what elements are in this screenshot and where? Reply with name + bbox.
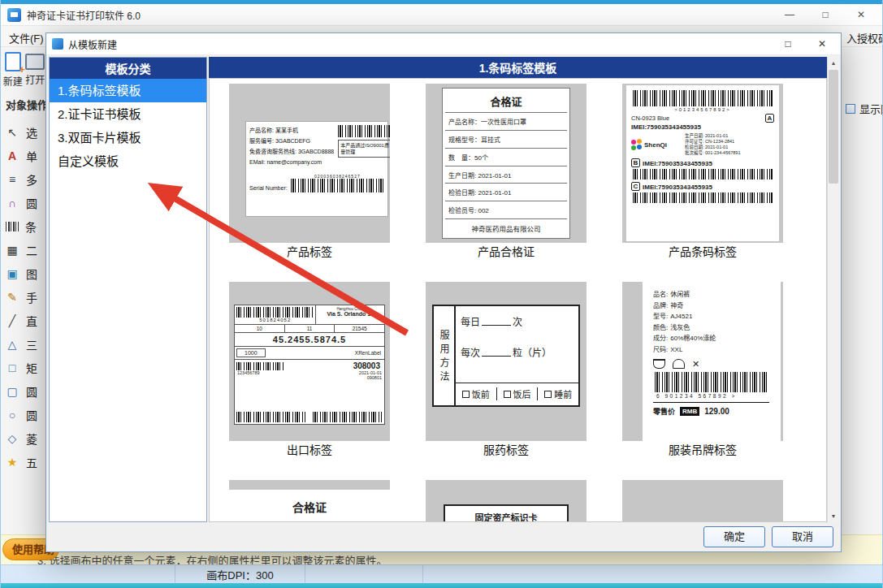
- image-icon: ▣: [5, 267, 19, 280]
- wash-icon: [653, 359, 665, 369]
- field-label: 尺码:: [653, 344, 668, 356]
- maximize-button[interactable]: □: [807, 4, 843, 26]
- imei-text: IMEI:759035343455935: [643, 160, 712, 167]
- template-preview[interactable]: >01234567892> CN-0923 Blue A IMEI:759035…: [622, 84, 783, 243]
- scroll-up-icon[interactable]: ▲: [828, 57, 839, 69]
- currency-badge: RMB: [680, 407, 699, 416]
- window-controls: — □ ✕: [772, 4, 879, 26]
- dialog-maximize-button[interactable]: □: [771, 33, 805, 55]
- barcode-digits: 6 901234 567892 >: [656, 393, 781, 399]
- tool-diamond[interactable]: ◇菱: [1, 426, 45, 450]
- category-custom[interactable]: 自定义模板: [50, 149, 206, 173]
- menu-file[interactable]: 文件(F): [9, 30, 44, 45]
- option-label: 睡前: [554, 387, 572, 400]
- minimize-button[interactable]: —: [772, 4, 807, 26]
- label-artwork: 501824052 Hangzhou China Via S. Orlando …: [234, 305, 385, 425]
- show-grid-checkbox[interactable]: 显示网格: [846, 101, 883, 116]
- fill-blank: [482, 348, 511, 357]
- tool-star[interactable]: ★五: [1, 450, 45, 473]
- certificate-row: 规格型号：耳挂式: [445, 131, 567, 149]
- template-preview[interactable]: [622, 480, 783, 522]
- template-card-export-label: 501824052 Hangzhou China Via S. Orlando …: [229, 282, 390, 459]
- category-barcode-label[interactable]: 1.条码标签模板: [50, 79, 206, 102]
- status-cell: [423, 565, 882, 583]
- category-double-side-card[interactable]: 3.双面卡片模板: [50, 126, 206, 149]
- gallery-scrollbar[interactable]: ▲ ▼: [827, 57, 839, 522]
- brand-logo: ShenQi: [631, 139, 682, 150]
- tool-circle[interactable]: ○圆: [1, 403, 45, 426]
- template-preview[interactable]: 产品名称: 某某手机 服务编号: 3GABCDEFG 免费咨询服务热线: 3GA…: [229, 84, 390, 243]
- label-artwork: 固定资产标识卡: [444, 504, 569, 522]
- template-caption: 产品合格证: [426, 243, 587, 261]
- barcode-graphic: [338, 125, 390, 137]
- new-doc-icon: [5, 52, 21, 71]
- template-card-blank: [622, 480, 783, 522]
- tool-select[interactable]: ↖选: [1, 120, 45, 144]
- marker-c: C: [631, 182, 640, 191]
- app-title: 神奇证卡证书打印软件 6.0: [27, 8, 141, 22]
- tool-line[interactable]: ╱直: [1, 309, 45, 332]
- dialog-close-button[interactable]: ✕: [805, 33, 839, 55]
- rectangle-icon: □: [5, 361, 19, 374]
- cell-value: 21545: [335, 325, 384, 332]
- field-value: 神奇: [670, 300, 683, 312]
- checkbox-icon: [544, 391, 552, 398]
- barcode-graphic: [633, 90, 773, 106]
- template-card-product-label: 产品名称: 某某手机 服务编号: 3GABCDEFG 免费咨询服务热线: 3GA…: [229, 84, 390, 261]
- field-value: XXL: [670, 344, 682, 356]
- open-button[interactable]: 打开: [25, 49, 46, 93]
- scrollbar-thumb[interactable]: [829, 70, 838, 184]
- application-window: 神奇证卡证书打印软件 6.0 — □ ✕ 文件(F) 入授权码 新建 打开 对象…: [0, 0, 883, 588]
- arc-text-icon: ∩: [5, 197, 19, 210]
- option-label: 饭后: [513, 387, 531, 400]
- big-number-2: 308003: [286, 361, 383, 370]
- tool-label: 二: [26, 242, 37, 258]
- field-value: 休闲裤: [670, 289, 690, 300]
- tool-image[interactable]: ▣图: [1, 262, 45, 285]
- tool-rectangle[interactable]: □矩: [1, 356, 45, 379]
- scroll-down-icon[interactable]: ▼: [828, 510, 839, 522]
- field-value: 浅灰色: [670, 322, 690, 334]
- usage-method-vertical: 服用方法: [434, 306, 456, 405]
- template-preview[interactable]: 501824052 Hangzhou China Via S. Orlando …: [229, 282, 390, 441]
- tool-arc-text[interactable]: ∩圆: [1, 191, 45, 214]
- triangle-icon: △: [5, 338, 19, 351]
- certificate-row: 数 量：50个: [445, 149, 567, 166]
- template-preview[interactable]: 固定资产标识卡: [426, 480, 587, 522]
- tool-multi-text[interactable]: ≡多: [1, 167, 45, 191]
- template-preview[interactable]: 服用方法 每日次 每次粒（片） 饭前 饭后: [426, 282, 587, 441]
- checkbox-icon: [504, 391, 511, 398]
- tool-label: 五: [26, 454, 37, 470]
- close-button[interactable]: ✕: [843, 4, 879, 26]
- certificate-title: 合格证: [229, 499, 390, 515]
- do-not-bleach-icon: ✕: [692, 359, 699, 369]
- tool-barcode[interactable]: 条: [1, 214, 45, 238]
- tool-freehand[interactable]: ✎手: [1, 285, 45, 309]
- certificate-row: 生产日期: 2021-01-01: [445, 166, 567, 184]
- tool-qrcode[interactable]: ▦二: [1, 238, 45, 262]
- category-card-certificate[interactable]: 2.证卡证书模板: [50, 102, 206, 126]
- template-preview[interactable]: 品名:休闲裤 品牌:神奇 型号:AJ4521 颜色:浅灰色 成分:60%棉40%…: [622, 282, 783, 441]
- main-titlebar: 神奇证卡证书打印软件 6.0 — □ ✕: [1, 4, 882, 26]
- qrcode-icon: ▦: [5, 244, 19, 257]
- dialog-logo-icon: [52, 38, 63, 50]
- window-border-bottom: [1, 583, 882, 588]
- cursor-icon: ↖: [5, 126, 19, 139]
- ok-button[interactable]: 确定: [703, 526, 765, 547]
- template-preview[interactable]: 合格证 品名: 针织毛衫: [229, 480, 390, 522]
- template-preview[interactable]: 合格证 产品名称：一次性医用口罩 规格型号：耳挂式 数 量：50个 生产日期: …: [426, 84, 587, 243]
- tool-rounded-rect[interactable]: ▢圆: [1, 379, 45, 403]
- license-link[interactable]: 入授权码: [846, 30, 883, 45]
- cancel-button[interactable]: 取消: [772, 526, 833, 547]
- barcode-digits: 501824052: [236, 318, 314, 322]
- tool-triangle[interactable]: △三: [1, 332, 45, 356]
- template-caption: 产品条码标签: [622, 243, 783, 261]
- rounded-rect-icon: ▢: [5, 385, 19, 398]
- iso-note: 本产品通过ISO9001质量管理: [338, 140, 390, 158]
- template-caption: 出口标签: [229, 441, 390, 459]
- new-button[interactable]: 新建: [2, 49, 24, 93]
- label-artwork: 服用方法 每日次 每次粒（片） 饭前 饭后: [432, 305, 580, 407]
- tool-single-text[interactable]: A单: [1, 144, 45, 167]
- canvas-dpi: 画布DPI：300: [175, 565, 305, 583]
- template-card-product-barcode: >01234567892> CN-0923 Blue A IMEI:759035…: [622, 84, 783, 261]
